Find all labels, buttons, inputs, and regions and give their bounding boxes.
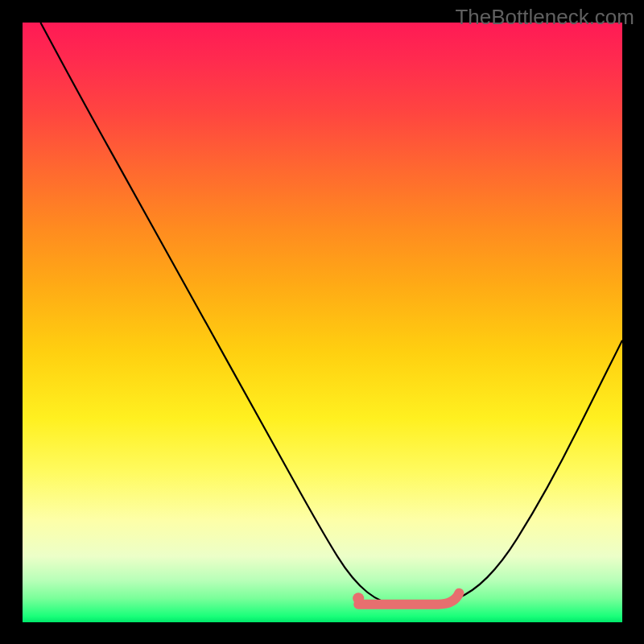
optimal-range-highlight bbox=[358, 593, 459, 605]
bottleneck-curve-path bbox=[40, 23, 622, 605]
watermark-text: TheBottleneck.com bbox=[455, 5, 634, 30]
bottleneck-curve bbox=[23, 23, 622, 622]
chart-plot-area bbox=[23, 23, 622, 622]
optimal-point-dot bbox=[353, 592, 364, 604]
